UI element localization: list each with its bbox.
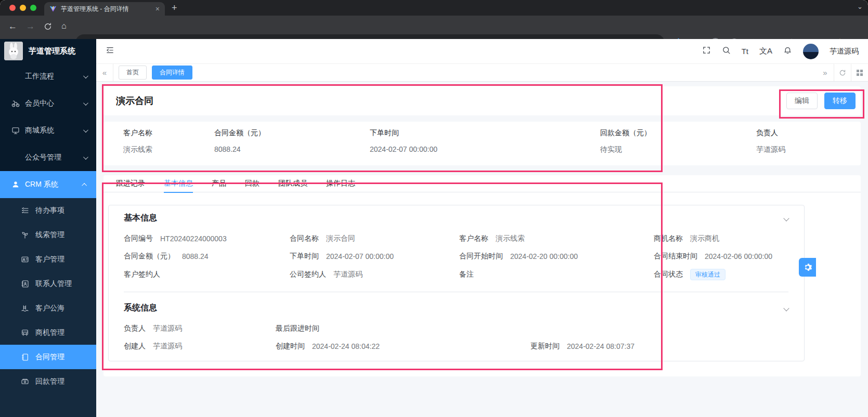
notification-bell-icon[interactable] [783,46,792,57]
contract-detail-card: 跟进记录 基本信息 产品 回款 团队成员 操作日志 基本信息 合同编 [103,175,861,376]
new-tab-button[interactable]: + [172,2,177,14]
content-area: 演示合同 编辑 转移 客户名称 演示线索 合同金额（元） 8088.24 [96,82,868,417]
chevron-down-icon [83,73,88,79]
logo-avatar [4,42,23,60]
sidebar-item-receivable[interactable]: 回款管理 [0,369,96,394]
close-window-button[interactable] [9,5,16,11]
contact-book-icon [21,280,29,288]
contract-summary-card: 客户名称 演示线索 合同金额（元） 8088.24 下单时间 2024-02-0… [103,122,861,165]
forward-icon[interactable]: → [26,21,35,32]
summary-field: 合同金额（元） 8088.24 [214,128,370,165]
sidebar-item-crm[interactable]: CRM 系统 [0,171,96,198]
tab-title: 芋道管理系统 - 合同详情 [61,5,151,14]
sidebar-item-member[interactable]: 会员中心 [0,90,96,117]
search-icon[interactable] [722,46,731,57]
tab-close-icon[interactable]: × [156,5,160,13]
sidebar-item-mall[interactable]: 商城系统 [0,117,96,144]
transfer-button[interactable]: 转移 [824,93,856,109]
tabs-next-icon[interactable]: » [817,64,834,81]
pool-icon [21,304,29,312]
member-icon [11,99,20,108]
page-title: 演示合同 [116,95,153,107]
maximize-window-button[interactable] [30,5,36,11]
section-system-info-header: 系统信息 [124,303,788,314]
browser-toolbar: ← → ⌂ ⓘ 127.0.0.1/crm/contract/detail/10… [0,16,868,39]
detail-tabs: 跟进记录 基本信息 产品 回款 团队成员 操作日志 [103,175,861,192]
tags-view-bar: « 首页 合同详情 » [96,64,868,82]
browser-tabstrip: 芋道管理系统 - 合同详情 × + ⌄ [0,0,868,16]
chevron-down-icon [83,127,88,133]
detail-panel: 基本信息 合同编号HT20240224000003 合同名称演示合同 客户名称演… [108,205,805,361]
sidebar-item-todo[interactable]: 待办事项 [0,198,96,223]
contract-title-card: 演示合同 编辑 转移 [103,86,861,115]
sidebar-item-customer-pool[interactable]: 客户公海 [0,296,96,320]
status-tag: 审核通过 [690,269,726,280]
mall-icon [11,126,20,135]
summary-field: 下单时间 2024-02-07 00:00:00 [370,128,600,165]
main-area: Tt 文A 芋道源码 « 首页 合同详情 » [96,39,868,417]
blank-icon [11,153,20,162]
section-divider [124,292,788,292]
tabs-refresh-icon[interactable] [834,64,851,81]
tab-favicon [49,5,57,12]
detail-tab-product[interactable]: 产品 [212,175,226,192]
collapse-chevron-icon[interactable] [783,215,789,221]
app-logo[interactable]: 芋道管理系统 [0,39,96,63]
gear-icon [803,263,812,272]
chevron-down-icon [83,100,88,106]
crm-submenu: 待办事项 线索管理 客户管理 [0,198,96,417]
detail-tab-receivable[interactable]: 回款 [245,175,260,192]
bus-icon [21,329,29,337]
money-icon [21,377,29,386]
sidebar-item-wechat-mp[interactable]: 公众号管理 [0,144,96,171]
reload-icon[interactable] [44,22,52,33]
user-avatar[interactable] [803,44,819,59]
summary-field: 负责人 芋道源码 [756,128,861,165]
user-icon [11,180,20,189]
chevron-down-icon [83,154,88,160]
fullscreen-icon[interactable] [702,46,711,57]
app-root: 芋道管理系统 工作流程 会员中心 商城系统 [0,39,868,417]
detail-tab-team[interactable]: 团队成员 [278,175,307,192]
home-icon[interactable]: ⌂ [61,21,67,31]
minimize-window-button[interactable] [20,5,26,11]
sidebar-item-clue[interactable]: 线索管理 [0,223,96,247]
sidebar-item-business[interactable]: 商机管理 [0,320,96,345]
tabs-grid-icon[interactable] [851,64,868,81]
seedling-icon [21,231,29,239]
collapse-chevron-icon[interactable] [783,305,789,311]
sidebar: 芋道管理系统 工作流程 会员中心 商城系统 [0,39,96,417]
detail-tab-basic[interactable]: 基本信息 [164,175,193,192]
browser-window: 芋道管理系统 - 合同详情 × + ⌄ ← → ⌂ ⓘ 127.0.0.1/cr… [0,0,868,417]
todo-list-icon [21,206,29,215]
summary-field: 回款金额（元） 待实现 [600,128,756,165]
tab-home[interactable]: 首页 [119,66,147,80]
user-name: 芋道源码 [830,47,859,56]
app-header: Tt 文A 芋道源码 [96,39,868,64]
locale-icon[interactable]: 文A [759,46,772,56]
detail-tab-follow[interactable]: 跟进记录 [116,175,145,192]
summary-field: 客户名称 演示线索 [123,128,214,165]
sidebar-item-contact[interactable]: 联系人管理 [0,271,96,296]
sidebar-item-workflow[interactable]: 工作流程 [0,63,96,90]
detail-tab-log[interactable]: 操作日志 [326,175,355,192]
notebook-icon [21,353,29,361]
browser-tab[interactable]: 芋道管理系统 - 合同详情 × [44,2,165,16]
settings-gear-button[interactable] [799,258,816,277]
tab-search-button[interactable]: ⌄ [857,3,863,10]
font-size-icon[interactable]: Tt [742,47,748,56]
sidebar-item-contract[interactable]: 合同管理 [0,345,96,369]
chevron-up-icon [82,183,87,188]
app-title: 芋道管理系统 [29,46,75,56]
section-basic-info-header: 基本信息 [124,213,788,224]
tabs-prev-icon[interactable]: « [96,64,113,81]
sidebar-item-customer[interactable]: 客户管理 [0,247,96,271]
blank-icon [11,72,20,81]
id-card-icon [21,255,29,264]
edit-button[interactable]: 编辑 [786,93,818,109]
tab-contract-detail[interactable]: 合同详情 [152,66,192,80]
back-icon[interactable]: ← [8,21,17,32]
collapse-sidebar-icon[interactable] [106,46,114,57]
